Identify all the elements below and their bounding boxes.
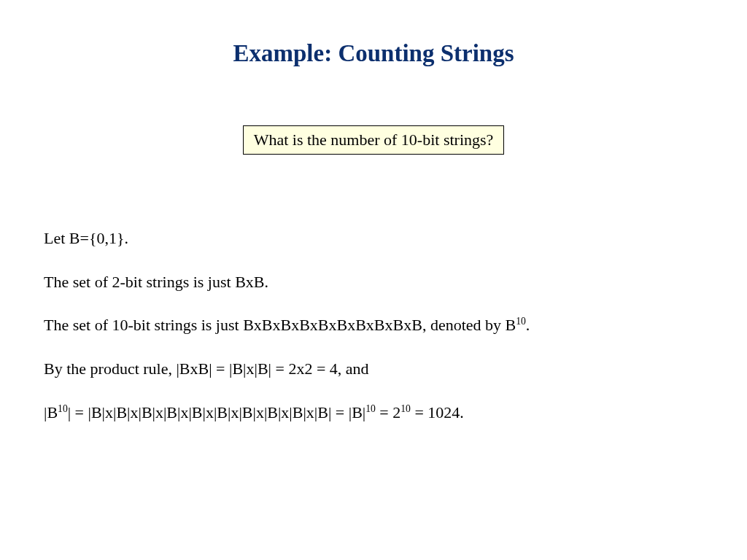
question-text: What is the number of 10-bit strings? xyxy=(254,131,494,149)
slide-title: Example: Counting Strings xyxy=(44,40,703,67)
p5-sup2: 10 xyxy=(365,402,376,413)
paragraph-5: |B10| = |B|x|B|x|B|x|B|x|B|x|B|x|B|x|B|x… xyxy=(44,402,703,424)
paragraph-2: The set of 2-bit strings is just BxB. xyxy=(44,271,703,293)
p5-part-d: = 1024. xyxy=(411,403,464,421)
p5-sup1: 10 xyxy=(58,402,68,413)
slide: Example: Counting Strings What is the nu… xyxy=(0,0,747,560)
p3-superscript: 10 xyxy=(516,316,526,327)
body-text: Let B={0,1}. The set of 2-bit strings is… xyxy=(44,228,703,423)
p3-part-a: The set of 10-bit strings is just BxBxBx… xyxy=(44,316,516,334)
p5-part-c: = 2 xyxy=(376,403,400,421)
paragraph-1: Let B={0,1}. xyxy=(44,228,703,249)
question-box: What is the number of 10-bit strings? xyxy=(243,125,505,155)
paragraph-4: By the product rule, |BxB| = |B|x|B| = 2… xyxy=(44,358,703,380)
p5-sup3: 10 xyxy=(400,402,411,413)
p5-part-a: |B xyxy=(44,403,58,421)
paragraph-3: The set of 10-bit strings is just BxBxBx… xyxy=(44,314,703,336)
p3-part-b: . xyxy=(526,316,530,334)
p5-part-b: | = |B|x|B|x|B|x|B|x|B|x|B|x|B|x|B|x|B|x… xyxy=(68,403,366,421)
